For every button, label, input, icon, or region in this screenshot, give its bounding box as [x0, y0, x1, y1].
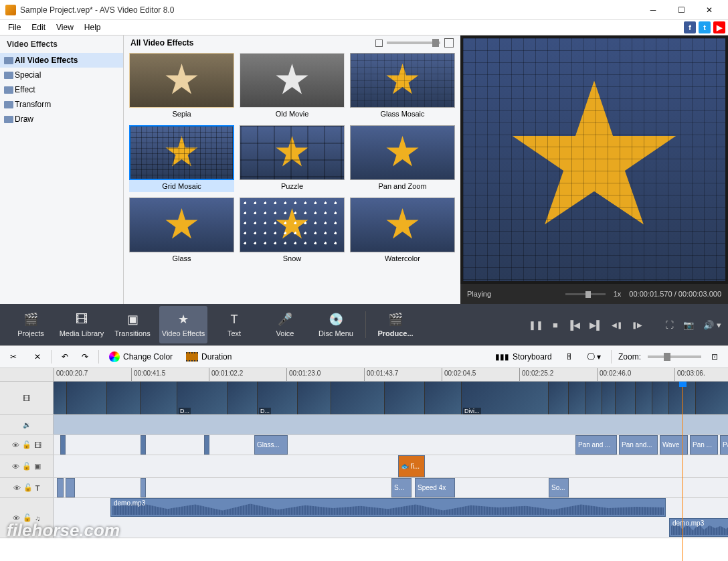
pause-button[interactable]: ❚❚ [529, 320, 543, 330]
speed-slider[interactable] [565, 293, 606, 295]
text-clip[interactable] [57, 478, 64, 497]
overlay-track-body[interactable]: 🐟 fi... [54, 455, 728, 477]
effect-grid-mosaic[interactable]: Grid Mosaic [129, 125, 234, 192]
audio-clip[interactable]: demo.mp3 [669, 518, 728, 537]
video-clip[interactable] [425, 382, 462, 414]
video-clip[interactable] [462, 382, 549, 414]
menu-edit[interactable]: Edit [26, 21, 51, 33]
sidebar-item-special[interactable]: Special [0, 68, 123, 82]
video-clip[interactable] [569, 382, 585, 414]
video-clip[interactable] [54, 382, 67, 414]
timeline-zoom-slider[interactable] [648, 355, 701, 358]
video-clip[interactable] [602, 382, 616, 414]
sidebar-item-all-video-effects[interactable]: All Video Effects [0, 53, 123, 68]
maximize-button[interactable]: ☐ [668, 3, 695, 17]
effect-clip[interactable]: Wave [660, 435, 688, 455]
text-clip[interactable] [66, 478, 75, 497]
video-clip[interactable] [227, 382, 258, 414]
effect-clip[interactable]: Pan and ... [575, 435, 617, 455]
prev-button[interactable]: ▐◀ [567, 320, 580, 330]
video-clip[interactable] [616, 382, 636, 414]
video-clip[interactable] [549, 382, 569, 414]
effects-track-head[interactable]: 👁 🔓 🎞 [0, 435, 54, 455]
eye-icon[interactable]: 👁 [13, 514, 20, 522]
video-audio-body[interactable] [54, 415, 728, 434]
redo-button[interactable]: ↷ [78, 350, 92, 364]
effect-sepia[interactable]: Sepia [129, 53, 234, 120]
video-clip[interactable] [696, 382, 728, 414]
lock-icon[interactable]: 🔓 [22, 440, 31, 449]
change-color-button[interactable]: Change Color [106, 349, 176, 364]
duration-button[interactable]: Duration [183, 350, 235, 364]
overlay-clip[interactable]: 🐟 fi... [398, 455, 425, 477]
video-clip[interactable] [177, 382, 227, 414]
zoom-slider[interactable] [387, 42, 440, 44]
eye-icon[interactable]: 👁 [12, 463, 19, 471]
video-clip[interactable] [385, 382, 425, 414]
preview-screen[interactable] [463, 38, 725, 281]
toolbar-voice[interactable]: 🎤Voice [261, 306, 309, 343]
monitor-button[interactable]: 🖵 ▾ [583, 350, 604, 364]
fit-button[interactable]: ⊡ [708, 350, 721, 364]
toolbar-projects[interactable]: 🎬Projects [7, 306, 55, 343]
effect-glass[interactable]: Glass [129, 197, 234, 264]
video-clip[interactable] [652, 382, 669, 414]
effect-clip[interactable]: Pan ... [720, 435, 728, 455]
close-button[interactable]: ✕ [696, 3, 723, 17]
audio-clip[interactable]: demo.mp3 [110, 498, 666, 517]
effect-clip[interactable]: Pan and... [619, 435, 658, 455]
menu-file[interactable]: File [3, 21, 26, 33]
step-fwd-button[interactable]: ❚▶ [632, 321, 642, 329]
text-track-body[interactable]: S...Speed 4xSo...AVS Vid... [54, 478, 728, 497]
effect-glass-mosaic[interactable]: Glass Mosaic [350, 53, 455, 120]
volume-button[interactable]: 🔊 ▾ [703, 320, 721, 330]
video-track-head[interactable]: 🎞 [0, 382, 54, 414]
lock-icon[interactable]: 🔓 [23, 513, 32, 522]
sidebar-item-draw[interactable]: Draw [0, 112, 123, 127]
split-button[interactable]: ✂ [7, 350, 24, 364]
youtube-icon[interactable]: ▶ [713, 21, 725, 33]
effect-clip[interactable] [141, 435, 146, 455]
text-clip[interactable]: S... [391, 478, 412, 497]
overlay-track-head[interactable]: 👁 🔓 ▣ [0, 455, 54, 477]
audio-track-head[interactable]: 👁 🔓 ♫ [0, 498, 54, 538]
eye-icon[interactable]: 👁 [12, 441, 19, 449]
video-clip[interactable] [141, 382, 177, 414]
minimize-button[interactable]: ─ [640, 3, 666, 17]
effect-watercolor[interactable]: Watercolor [350, 197, 455, 264]
toolbar-media-library[interactable]: 🎞Media Library [58, 306, 106, 343]
facebook-icon[interactable]: f [684, 21, 696, 33]
menu-help[interactable]: Help [79, 21, 106, 33]
effect-clip[interactable]: Glass... [254, 435, 288, 455]
effect-old-movie[interactable]: Old Movie [240, 53, 345, 120]
delete-button[interactable]: ✕ [31, 350, 44, 364]
effect-clip[interactable] [204, 435, 209, 455]
effect-pan-and-zoom[interactable]: Pan and Zoom [350, 125, 455, 192]
undo-button[interactable]: ↶ [58, 350, 72, 364]
next-button[interactable]: ▶▌ [589, 320, 602, 330]
toolbar-transitions[interactable]: ▣Transitions [108, 306, 157, 343]
effect-puzzle[interactable]: Puzzle [240, 125, 345, 192]
text-clip[interactable]: So... [549, 478, 569, 497]
fullscreen-button[interactable]: ⛶ [665, 320, 674, 330]
effect-clip[interactable]: Pan ... [690, 435, 718, 455]
video-clip[interactable] [298, 382, 331, 414]
time-ruler[interactable]: 00:00:20.700:00:41.500:01:02.200:01:23.0… [0, 368, 728, 382]
video-clip[interactable] [585, 382, 602, 414]
sidebar-item-transform[interactable]: Transform [0, 97, 123, 112]
twitter-icon[interactable]: t [699, 21, 711, 33]
video-clip[interactable] [331, 382, 385, 414]
video-clip[interactable] [258, 382, 298, 414]
lock-icon[interactable]: 🔓 [22, 462, 31, 471]
storyboard-button[interactable]: ▮▮▮ Storyboard [492, 350, 555, 364]
video-clip[interactable] [636, 382, 652, 414]
playhead[interactable] [682, 382, 683, 561]
produce-button[interactable]: 🎬 Produce... [371, 306, 420, 343]
eye-icon[interactable]: 👁 [13, 484, 21, 492]
audio-track-body[interactable]: demo.mp3demo.mp3 [54, 498, 728, 538]
stop-button[interactable]: ■ [553, 320, 558, 330]
effects-track-body[interactable]: Glass...Pan and ...Pan and...WavePan ...… [54, 435, 728, 455]
toolbar-video-effects[interactable]: ★Video Effects [159, 306, 207, 343]
text-clip[interactable] [141, 478, 146, 497]
video-clip[interactable] [107, 382, 141, 414]
